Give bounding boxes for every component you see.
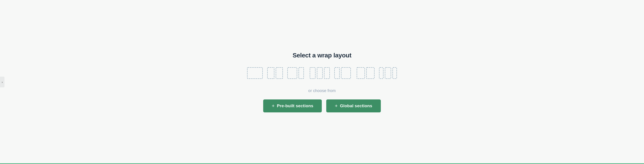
svg-rect-7 (324, 67, 330, 79)
svg-rect-4 (299, 67, 304, 79)
layout-option-three-col-alt[interactable] (379, 67, 397, 79)
layout-option-single[interactable] (247, 67, 263, 79)
main-panel: Select a wrap layout (247, 52, 397, 112)
svg-rect-2 (276, 67, 283, 79)
svg-rect-9 (341, 67, 350, 79)
or-choose-label: or choose from (308, 88, 336, 93)
pre-built-sections-button[interactable]: + Pre-built sections (263, 99, 322, 112)
layout-option-three-col[interactable] (310, 67, 330, 79)
svg-rect-10 (357, 67, 365, 79)
svg-rect-0 (247, 67, 262, 79)
svg-rect-6 (317, 67, 322, 79)
pre-built-sections-label: Pre-built sections (277, 103, 313, 108)
global-sections-label: Global sections (340, 103, 372, 108)
chevron-right-icon: › (2, 80, 3, 84)
plus-icon-global: + (335, 103, 338, 108)
page-title: Select a wrap layout (292, 52, 351, 59)
svg-rect-13 (385, 67, 391, 79)
svg-rect-3 (288, 67, 297, 79)
layout-option-two-col-alt[interactable] (356, 67, 375, 79)
svg-rect-14 (393, 67, 397, 79)
svg-rect-8 (334, 67, 340, 79)
layout-option-two-col-narrow-right[interactable] (287, 67, 306, 79)
layout-option-two-col[interactable] (267, 67, 283, 79)
plus-icon-prebuilt: + (272, 103, 274, 108)
sidebar-toggle-button[interactable]: › (0, 77, 4, 87)
svg-rect-11 (366, 67, 374, 79)
svg-rect-5 (310, 67, 315, 79)
layout-option-two-col-narrow-left[interactable] (334, 67, 352, 79)
svg-rect-1 (268, 67, 274, 79)
section-buttons-row: + Pre-built sections + Global sections (263, 99, 381, 112)
svg-rect-12 (379, 67, 383, 79)
layout-options-row (247, 67, 397, 79)
global-sections-button[interactable]: + Global sections (326, 99, 381, 112)
